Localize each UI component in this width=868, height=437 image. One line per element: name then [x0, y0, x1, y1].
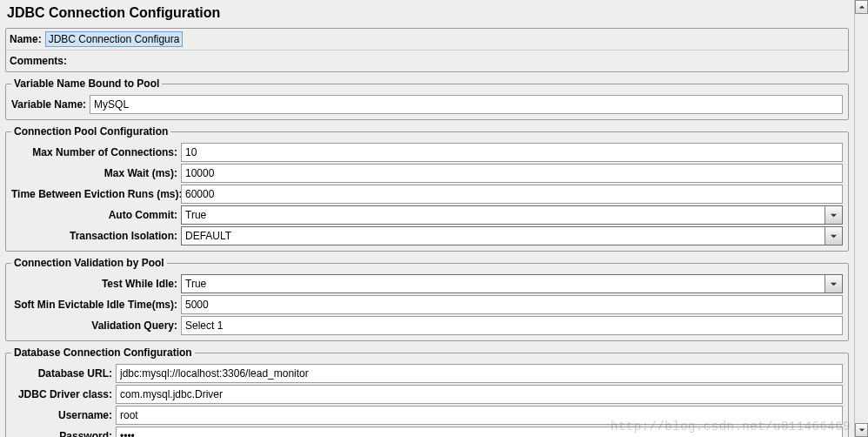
transaction-isolation-value[interactable] — [182, 227, 825, 245]
scroll-track[interactable] — [855, 14, 868, 423]
username-label: Username: — [11, 406, 116, 425]
transaction-isolation-dropdown-button[interactable] — [825, 227, 842, 245]
variable-name-input[interactable] — [90, 95, 843, 114]
auto-commit-value[interactable] — [182, 206, 825, 224]
test-while-idle-dropdown-button[interactable] — [825, 275, 842, 292]
auto-commit-dropdown-button[interactable] — [825, 206, 842, 224]
comments-row: Comments: — [6, 50, 848, 71]
config-panel: JDBC Connection Configuration Name: Comm… — [0, 0, 868, 437]
transaction-isolation-label: Transaction Isolation: — [11, 226, 181, 245]
test-while-idle-label: Test While Idle: — [11, 274, 181, 293]
password-label: Password: — [11, 427, 116, 437]
jdbc-driver-label: JDBC Driver class: — [11, 385, 116, 404]
auto-commit-select[interactable] — [181, 205, 843, 225]
comments-label: Comments: — [10, 55, 67, 67]
page-title: JDBC Connection Configuration — [7, 5, 847, 21]
name-comments-box: Name: Comments: — [5, 28, 849, 72]
eviction-runs-label: Time Between Eviction Runs (ms): — [11, 185, 181, 204]
max-connections-label: Max Number of Connections: — [11, 143, 181, 162]
database-url-label: Database URL: — [11, 364, 116, 383]
max-connections-input[interactable] — [181, 143, 843, 162]
auto-commit-label: Auto Commit: — [11, 205, 181, 225]
validation-query-input[interactable] — [181, 316, 843, 335]
group-connection-validation-legend: Connection Validation by Pool — [11, 257, 167, 269]
max-wait-label: Max Wait (ms): — [11, 164, 181, 183]
eviction-runs-input[interactable] — [181, 185, 843, 204]
content-area: JDBC Connection Configuration Name: Comm… — [0, 0, 854, 437]
group-database-connection-legend: Database Connection Configuration — [11, 346, 195, 359]
vertical-scrollbar[interactable] — [854, 0, 868, 437]
scroll-up-button[interactable] — [855, 0, 868, 14]
chevron-down-icon — [830, 212, 838, 219]
name-label: Name: — [10, 33, 42, 45]
chevron-down-icon — [830, 232, 838, 240]
name-input[interactable] — [45, 31, 183, 47]
password-input[interactable] — [116, 427, 843, 437]
comments-input[interactable] — [70, 53, 845, 69]
name-row: Name: — [6, 29, 848, 50]
group-connection-pool: Connection Pool Configuration Max Number… — [5, 125, 849, 252]
group-variable-name-legend: Variable Name Bound to Pool — [11, 77, 162, 90]
chevron-up-icon — [858, 3, 865, 10]
username-input[interactable] — [116, 406, 843, 425]
variable-name-label: Variable Name: — [11, 98, 86, 111]
max-wait-input[interactable] — [181, 164, 843, 183]
scroll-down-button[interactable] — [855, 423, 868, 437]
group-connection-pool-legend: Connection Pool Configuration — [11, 125, 170, 138]
database-url-input[interactable] — [116, 364, 843, 383]
test-while-idle-value[interactable] — [182, 275, 825, 292]
chevron-down-icon — [830, 280, 838, 288]
soft-min-evictable-input[interactable] — [181, 295, 843, 314]
test-while-idle-select[interactable] — [181, 274, 843, 293]
jdbc-driver-input[interactable] — [116, 385, 843, 404]
group-connection-validation: Connection Validation by Pool Test While… — [5, 257, 849, 341]
transaction-isolation-select[interactable] — [181, 226, 843, 245]
soft-min-evictable-label: Soft Min Evictable Idle Time(ms): — [11, 295, 181, 314]
group-variable-name: Variable Name Bound to Pool Variable Nam… — [5, 77, 849, 120]
group-database-connection: Database Connection Configuration Databa… — [5, 346, 849, 437]
validation-query-label: Validation Query: — [11, 316, 181, 335]
chevron-down-icon — [858, 427, 865, 434]
